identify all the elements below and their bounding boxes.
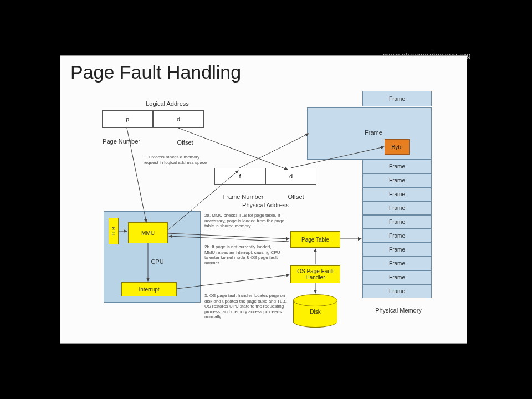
pm-frame-3: Frame [362,187,432,201]
frame-number-label: Frame Number [217,193,269,201]
pm-frame-9: Frame [362,270,432,284]
viewport: www.clresearchgroup.org Page Fault Handl… [0,0,532,399]
note-3: 2b. If page is not currently loaded, MMU… [204,244,282,265]
pm-big-label: Frame [354,129,393,136]
pm-frame-1: Frame [362,160,432,173]
pm-frame-8: Frame [362,257,432,270]
note-4: 3. OS page fault handler locates page on… [204,293,288,320]
svg-line-4 [239,134,309,168]
physical-address-heading: Physical Address [232,202,299,209]
pm-frame-2: Frame [362,173,432,187]
offset-label-1: Offset [168,139,202,146]
pm-frame-4: Frame [362,201,432,215]
page-table-box: Page Table [290,231,340,248]
cpu-label: CPU [146,258,168,265]
tlb-box: TLB [109,218,119,244]
logical-d-box: d [153,110,204,128]
physical-d-box: d [265,168,316,185]
slide: Page Fault Handling Logical Address p d … [60,55,467,344]
pm-frame-10: Frame [362,284,432,298]
note-2: 2a. MMU checks TLB for page table. If ne… [204,213,288,229]
physical-f-box: f [214,168,265,185]
physical-memory-label: Physical Memory [368,307,429,314]
pm-frame-7: Frame [362,243,432,257]
os-handler-box: OS Page Fault Handler [290,265,340,283]
interrupt-box: Interrupt [121,282,177,296]
disk-top [293,294,337,306]
byte-box: Byte [385,139,410,155]
offset-label-2: Offset [279,193,313,201]
page-number-label: Page Number [102,138,141,145]
logical-p-box: p [102,110,153,128]
pm-frame-0: Frame [362,91,432,106]
note-1: 1. Process makes a memory request in log… [144,155,210,165]
pm-frame-5: Frame [362,215,432,229]
pm-frame-6: Frame [362,229,432,243]
mmu-box: MMU [128,222,168,243]
slide-title: Page Fault Handling [60,56,467,86]
tlb-label: TLB [111,227,116,236]
logical-address-heading: Logical Address [131,100,203,108]
